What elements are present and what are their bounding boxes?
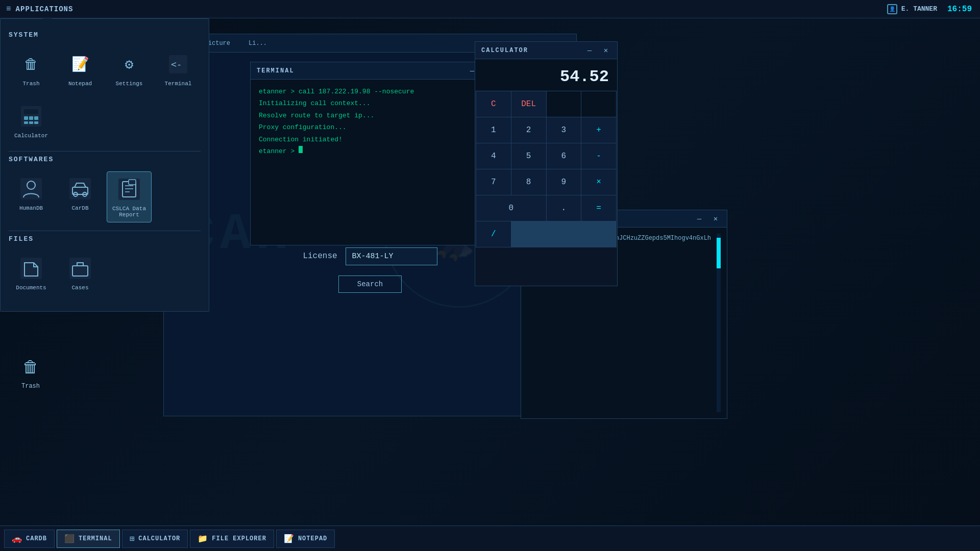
calc-btn-1[interactable]: 1 <box>476 117 511 143</box>
system-apps-row: 🗑 Trash 📝 Notepad ⚙ Settings <- Terminal <box>9 47 201 91</box>
svg-rect-3 <box>24 109 38 114</box>
clock: 16:59 <box>947 5 972 14</box>
notepad-minimize-btn[interactable]: — <box>694 214 704 224</box>
app-label-trash: Trash <box>22 81 39 87</box>
file-explorer-taskbar-icon: 📁 <box>198 534 208 544</box>
divider-1 <box>9 151 201 152</box>
cardb-taskbar-icon: 🚗 <box>12 534 22 544</box>
files-section-title: Files <box>9 235 201 243</box>
notepad-close-btn[interactable]: ✕ <box>710 214 721 224</box>
cardb-icon <box>67 176 93 202</box>
calculator-taskbar-icon: ⊞ <box>130 534 135 544</box>
calc-btn-dot[interactable]: . <box>547 195 581 221</box>
terminal-line-5: Connection initiated! <box>259 134 492 145</box>
app-item-cardb[interactable]: CarDB <box>58 171 103 222</box>
system-section-title: System <box>9 31 201 39</box>
svg-rect-9 <box>34 121 38 124</box>
user-badge: 👤 E. TANNER <box>887 4 937 14</box>
calc-btn-equals[interactable]: = <box>581 195 616 221</box>
app-item-documents[interactable]: Documents <box>9 251 54 295</box>
cardb-license-input[interactable] <box>346 247 437 265</box>
calculator-display: 54.52 <box>475 59 617 90</box>
calculator-icon <box>18 103 44 130</box>
app-item-notepad[interactable]: 📝 Notepad <box>58 47 103 91</box>
topbar-title: APPLICATIONS <box>16 5 74 13</box>
calc-btn-empty1 <box>547 91 581 117</box>
calc-btn-0[interactable]: 0 <box>476 195 546 221</box>
terminal-taskbar-icon: ⬛ <box>64 534 75 544</box>
app-label-settings: Settings <box>116 81 143 87</box>
notepad-taskbar-icon: 📝 <box>284 534 294 544</box>
calc-btn-3[interactable]: 3 <box>547 117 581 143</box>
terminal-window: TERMINAL — ✕ etanner > call 187.222.19.9… <box>250 62 500 245</box>
taskbar-item-terminal[interactable]: ⬛ TERMINAL <box>57 530 120 548</box>
humandb-icon <box>18 176 44 202</box>
app-item-cases[interactable]: Cases <box>58 251 103 295</box>
calc-btn-9[interactable]: 9 <box>547 169 581 195</box>
calculator-window: CALCULATOR — ✕ 54.52 C DEL 1 2 3 + 4 5 6… <box>475 41 618 286</box>
calc-btn-divide[interactable]: / <box>476 221 511 247</box>
svg-rect-8 <box>29 121 33 124</box>
applications-menu-button[interactable]: ≡ APPLICATIONS <box>0 5 73 14</box>
terminal-body[interactable]: etanner > call 187.222.19.98 --nosecure … <box>251 80 500 245</box>
calc-btn-multiply[interactable]: × <box>581 169 616 195</box>
cardb-search-button[interactable]: Search <box>338 276 402 293</box>
cslca-icon <box>116 176 142 203</box>
calc-btn-del[interactable]: DEL <box>511 91 546 117</box>
files-apps-row: Documents Cases <box>9 251 201 295</box>
calculator-close-btn[interactable]: ✕ <box>601 45 611 56</box>
trash-desktop-label: Trash <box>21 383 40 390</box>
calc-btn-6[interactable]: 6 <box>547 143 581 169</box>
softwares-section-title: Softwares <box>9 156 201 163</box>
app-item-terminal[interactable]: <- Terminal <box>156 47 201 91</box>
notepad-icon: 📝 <box>67 51 93 78</box>
cardb-taskbar-label: CARDB <box>26 535 47 542</box>
taskbar: 🚗 CARDB ⬛ TERMINAL ⊞ CALCULATOR 📁 FILE E… <box>0 525 980 551</box>
app-item-settings[interactable]: ⚙ Settings <box>107 47 152 91</box>
desktop-trash-icon[interactable]: 🗑 Trash <box>10 355 51 390</box>
terminal-line-4: Proxy configuration... <box>259 121 492 133</box>
calculator-minimize-btn[interactable]: — <box>584 45 595 56</box>
calculator-taskbar-label: CALCULATOR <box>138 535 180 542</box>
app-label-terminal: Terminal <box>165 81 192 87</box>
taskbar-item-cardb[interactable]: 🚗 CARDB <box>4 530 55 548</box>
app-item-trash[interactable]: 🗑 Trash <box>9 47 54 91</box>
app-item-calculator[interactable]: Calculator <box>9 99 54 143</box>
calc-btn-2[interactable]: 2 <box>511 117 546 143</box>
svg-rect-6 <box>34 116 38 120</box>
calc-btn-c[interactable]: C <box>476 91 511 117</box>
topbar: ≡ APPLICATIONS 👤 E. TANNER 16:59 <box>0 0 980 18</box>
calc-btn-7[interactable]: 7 <box>476 169 511 195</box>
app-item-cslca[interactable]: CSLCA Data Report <box>107 171 152 222</box>
trash-desktop-icon: 🗑 <box>18 355 43 380</box>
user-icon: 👤 <box>887 4 897 14</box>
calc-btn-plus[interactable]: + <box>581 117 616 143</box>
calc-btn-8[interactable]: 8 <box>511 169 546 195</box>
system-apps-row2: Calculator <box>9 99 201 143</box>
topbar-right: 👤 E. TANNER 16:59 <box>887 4 980 14</box>
calc-btn-4[interactable]: 4 <box>476 143 511 169</box>
taskbar-item-calculator[interactable]: ⊞ CALCULATOR <box>122 530 188 548</box>
terminal-line-2: Initializing call context... <box>259 97 492 109</box>
calculator-window-controls: — ✕ <box>584 45 611 56</box>
calc-btn-5[interactable]: 5 <box>511 143 546 169</box>
svg-rect-7 <box>24 121 28 124</box>
terminal-line-6: etanner > <box>259 145 492 157</box>
calc-btn-minus[interactable]: - <box>581 143 616 169</box>
cardb-tab-li[interactable]: Li... <box>243 38 272 49</box>
taskbar-item-file-explorer[interactable]: 📁 FILE EXPLORER <box>190 530 274 548</box>
app-item-humandb[interactable]: HumanDB <box>9 171 54 222</box>
svg-rect-5 <box>29 116 33 120</box>
hamburger-icon: ≡ <box>6 5 12 14</box>
taskbar-item-notepad[interactable]: 📝 NOTEPAD <box>276 530 335 548</box>
terminal-icon: <- <box>165 51 191 78</box>
trash-icon: 🗑 <box>18 51 44 78</box>
calculator-value: 54.52 <box>483 67 609 86</box>
documents-icon <box>18 255 44 282</box>
calculator-header: CALCULATOR — ✕ <box>475 42 617 59</box>
terminal-header: TERMINAL — ✕ <box>251 62 500 80</box>
file-explorer-taskbar-label: FILE EXPLORER <box>212 535 266 542</box>
notepad-scrollbar-thumb[interactable] <box>717 238 721 268</box>
notepad-scrollbar[interactable] <box>717 234 721 412</box>
cardb-license-label: License <box>303 252 337 261</box>
